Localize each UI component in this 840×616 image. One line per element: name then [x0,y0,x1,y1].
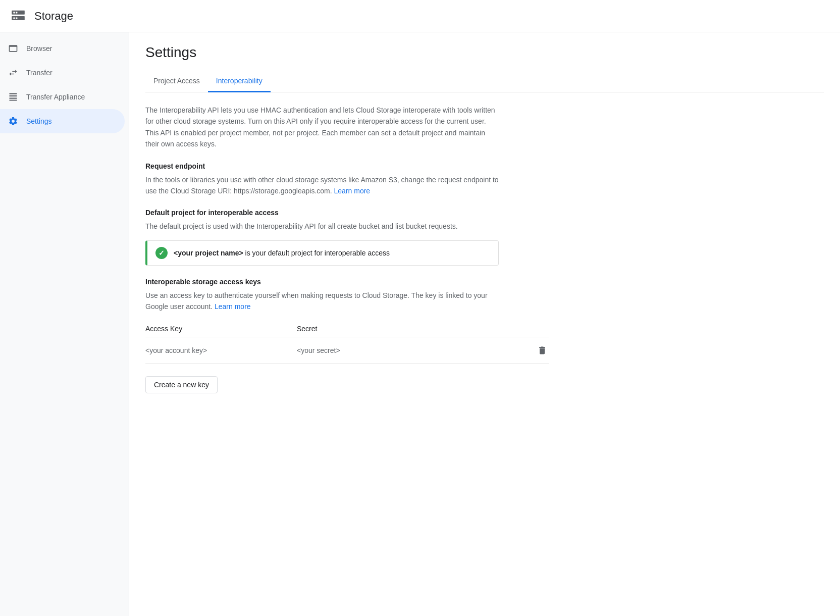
project-info-box: <your project name> is your default proj… [145,240,499,266]
actions-cell [487,337,549,364]
request-endpoint-title: Request endpoint [145,162,824,170]
col-actions [487,321,549,337]
access-keys-learn-more[interactable]: Learn more [215,302,251,311]
project-name: <your project name> [174,249,243,257]
settings-icon [8,116,18,126]
app-title: Storage [34,10,73,23]
default-project-section: Default project for interoperable access… [145,209,824,265]
interoperability-intro: The Interoperability API lets you use HM… [145,105,499,150]
col-secret: Secret [297,321,487,337]
access-keys-description-text: Use an access key to authenticate yourse… [145,291,488,311]
page-title: Settings [145,44,824,61]
storage-product-icon [8,6,28,26]
sidebar-item-transfer-appliance-label: Transfer Appliance [26,93,85,101]
sidebar-item-settings-label: Settings [26,117,52,125]
table-header-row: Access Key Secret [145,321,549,337]
access-keys-title: Interoperable storage access keys [145,278,824,286]
main-content: Settings Project Access Interoperability… [129,32,840,616]
main-layout: Browser Transfer Transfer Appliance [0,32,840,616]
table-row: <your account key> <your secret> [145,337,549,364]
col-access-key: Access Key [145,321,297,337]
project-info-text: <your project name> is your default proj… [174,249,390,257]
tabs-container: Project Access Interoperability [145,71,824,92]
request-endpoint-description-text: In the tools or libraries you use with o… [145,176,499,195]
sidebar: Browser Transfer Transfer Appliance [0,32,129,616]
sidebar-item-transfer[interactable]: Transfer [0,61,125,85]
transfer-icon [8,68,18,78]
delete-key-button[interactable] [535,343,549,357]
app-header: Storage [0,0,840,32]
create-new-key-button[interactable]: Create a new key [145,376,218,393]
tab-project-access[interactable]: Project Access [145,71,208,92]
sidebar-item-settings[interactable]: Settings [0,109,125,133]
svg-rect-2 [13,12,15,13]
request-endpoint-section: Request endpoint In the tools or librari… [145,162,824,197]
access-keys-description: Use an access key to authenticate yourse… [145,290,499,313]
sidebar-item-transfer-label: Transfer [26,69,52,77]
svg-rect-4 [16,12,17,13]
project-suffix: is your default project for interoperabl… [243,249,390,257]
access-keys-section: Interoperable storage access keys Use an… [145,278,824,393]
access-key-value: <your account key> [145,337,297,364]
request-endpoint-learn-more[interactable]: Learn more [334,187,371,195]
sidebar-item-browser-label: Browser [26,44,52,53]
svg-rect-5 [16,17,17,19]
trash-icon [537,345,547,355]
svg-rect-3 [13,17,15,19]
request-endpoint-description: In the tools or libraries you use with o… [145,174,499,197]
browser-icon [8,43,18,54]
tab-interoperability[interactable]: Interoperability [208,71,271,92]
default-project-description: The default project is used with the Int… [145,221,499,232]
access-keys-table: Access Key Secret <your account key> <yo… [145,321,549,364]
sidebar-item-transfer-appliance[interactable]: Transfer Appliance [0,85,125,109]
transfer-appliance-icon [8,92,18,102]
secret-value: <your secret> [297,337,487,364]
check-icon [155,247,168,259]
sidebar-item-browser[interactable]: Browser [0,36,125,61]
default-project-title: Default project for interoperable access [145,209,824,217]
